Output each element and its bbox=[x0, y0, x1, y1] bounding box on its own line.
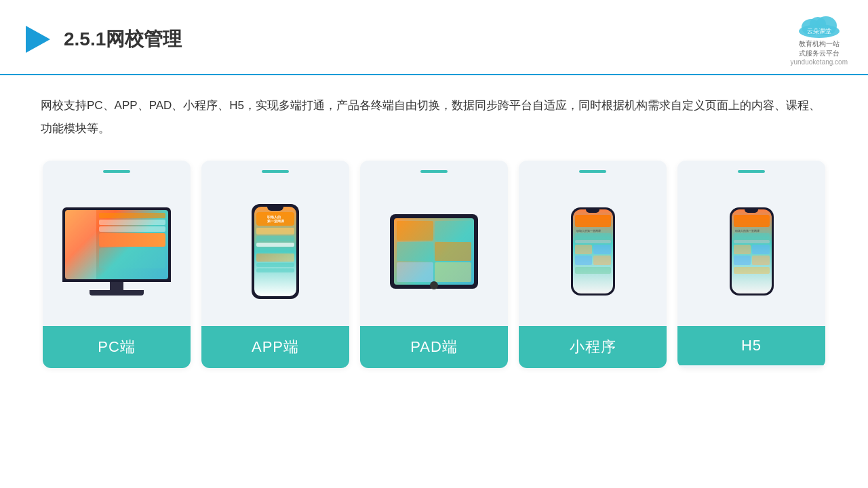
card-miniapp: 职场人的第一堂网课 小程序 bbox=[519, 161, 667, 368]
card-accent-line bbox=[579, 170, 606, 173]
card-h5: 职场人的第一堂网课 H5 bbox=[677, 161, 825, 368]
phone-small-screen: 职场人的第一堂网课 bbox=[573, 209, 613, 293]
phone-small-mockup: 职场人的第一堂网课 bbox=[571, 207, 615, 296]
main-content: 网校支持PC、APP、PAD、小程序、H5，实现多端打通，产品各终端自由切换，数… bbox=[0, 75, 868, 382]
logo-url: yunduoketang.com bbox=[790, 58, 848, 66]
card-app: 职场人的第一堂网课 APP端 bbox=[201, 161, 349, 368]
card-accent-line bbox=[103, 170, 130, 173]
header: 2.5.1网校管理 云朵课堂 教育机构一站式服务云平台 yunduoketang… bbox=[0, 0, 868, 75]
phone-mockup: 职场人的第一堂网课 bbox=[252, 204, 299, 299]
tablet-screen bbox=[394, 218, 474, 285]
pc-mockup bbox=[62, 207, 171, 296]
app-image-area: 职场人的第一堂网课 bbox=[201, 177, 349, 326]
h5-image-area: 职场人的第一堂网课 bbox=[677, 177, 825, 326]
card-accent-line bbox=[262, 170, 289, 173]
miniapp-image-area: 职场人的第一堂网课 bbox=[519, 177, 667, 326]
card-accent-line bbox=[738, 170, 765, 173]
pc-monitor bbox=[62, 207, 171, 282]
svg-text:云朵课堂: 云朵课堂 bbox=[807, 28, 831, 35]
card-label-app: APP端 bbox=[201, 326, 349, 368]
pc-screen bbox=[65, 210, 168, 279]
card-accent-line bbox=[420, 170, 448, 173]
card-pc: PC端 bbox=[43, 161, 191, 368]
description-text: 网校支持PC、APP、PAD、小程序、H5，实现多端打通，产品各终端自由切换，数… bbox=[41, 94, 827, 140]
card-label-miniapp: 小程序 bbox=[519, 326, 667, 368]
tablet-mockup bbox=[390, 214, 478, 289]
logo-tagline: 教育机构一站式服务云平台 bbox=[799, 39, 840, 58]
logo-icon: 云朵课堂 bbox=[792, 12, 846, 39]
h5-phone-screen: 职场人的第一堂网课 bbox=[732, 209, 772, 293]
header-left: 2.5.1网校管理 bbox=[20, 23, 182, 56]
card-label-pad: PAD端 bbox=[360, 326, 508, 368]
card-label-pc: PC端 bbox=[43, 326, 191, 368]
logo-area: 云朵课堂 教育机构一站式服务云平台 yunduoketang.com bbox=[790, 12, 848, 66]
page-title: 2.5.1网校管理 bbox=[64, 26, 182, 52]
svg-marker-0 bbox=[26, 26, 50, 53]
h5-phone-mockup: 职场人的第一堂网课 bbox=[730, 207, 774, 296]
card-pad: PAD端 bbox=[360, 161, 508, 368]
pc-image-area bbox=[43, 177, 191, 326]
phone-screen: 职场人的第一堂网课 bbox=[254, 207, 296, 296]
cards-container: PC端 职场人的第一堂网课 bbox=[41, 161, 827, 368]
pad-image-area bbox=[360, 177, 508, 326]
card-label-h5: H5 bbox=[677, 326, 825, 365]
play-icon bbox=[20, 23, 53, 56]
